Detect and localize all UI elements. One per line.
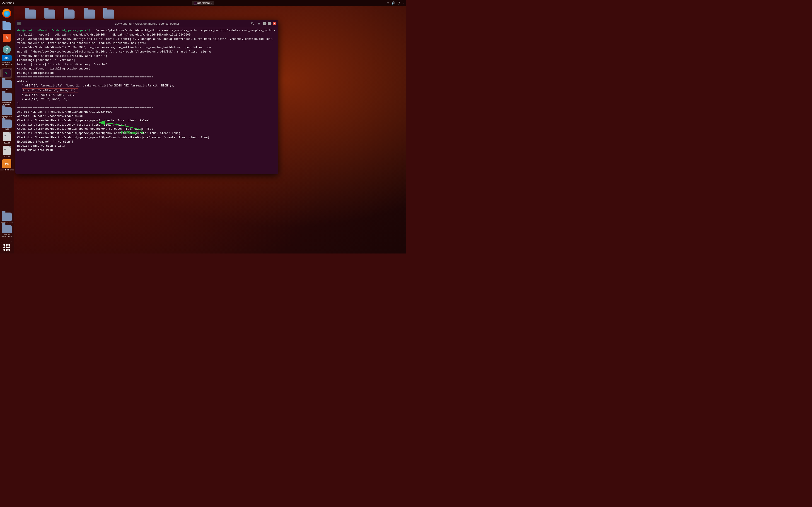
opencv-contrib-folder-icon: [103, 9, 114, 18]
help-icon: ?: [3, 46, 11, 54]
files-icon: [2, 22, 11, 30]
sidebar-item-b32sh[interactable]: SH b32.sh: [1, 132, 12, 145]
terminal-minimize-btn[interactable]: ─: [263, 22, 266, 25]
ibjpeg-icon: [2, 107, 12, 115]
output-args: Args: Namespace(build_doc=False, config=…: [17, 37, 276, 58]
output-ndk-path: Android NDK path: /home/dev/Android/Sdk/…: [17, 110, 276, 114]
output-check-dir3: Check dir /home/dev/Desktop/android_open…: [17, 127, 276, 131]
output-abi-x86: # ABI("4", "x86", None, 21),: [17, 97, 276, 102]
terminal-window-controls: ≡: [17, 22, 21, 25]
opencv-folder-icon: [84, 9, 95, 18]
b64sh-icon: SH: [3, 146, 11, 155]
sidebar-item-show-apps[interactable]: [1, 241, 12, 252]
b32sh-icon: SH: [3, 132, 11, 141]
network-icon: ⊞: [387, 1, 389, 5]
volume-icon: 🔊: [392, 1, 395, 5]
terminal-maximize-btn[interactable]: □: [268, 22, 271, 25]
sidebar-item-b64sh[interactable]: SH b64.sh: [1, 145, 12, 158]
dev-folder-icon: [25, 9, 36, 18]
boost-icon: TAR: [2, 159, 11, 168]
terminal-title: dev@ubuntu: ~/Desktop/android_opencv_ope…: [115, 22, 179, 25]
sidebar-item-boost0[interactable]: boost_1_71_0: [1, 212, 12, 224]
output-abis-end: ]: [17, 102, 276, 106]
libtiff-icon: [2, 119, 12, 128]
terminal-icon: $_: [3, 69, 11, 77]
power-icon: ⏻: [397, 1, 400, 5]
output-abis-start: ABIs = [: [17, 79, 276, 84]
sidebar-item-files[interactable]: [1, 20, 12, 32]
settings-dropdown[interactable]: ▾: [403, 2, 404, 4]
terminal-dropdown-arrow: ▾: [211, 2, 212, 4]
db-label: db: [6, 89, 8, 91]
abi-highlighted-box: ABI("3", "arm64-v8a", None, 21),: [22, 88, 79, 93]
terminal-window: ≡ dev@ubuntu: ~/Desktop/android_opencv_o…: [15, 20, 278, 174]
sidebar-item-db[interactable]: db: [1, 79, 12, 91]
sidebar-item-azuredata[interactable]: ADS azuredatastudio-linux-1.43.0: [1, 56, 12, 67]
azuredata-label: azuredatastudio-linux-1.43.0: [1, 62, 12, 68]
terminal-menu-icon[interactable]: ≡: [17, 22, 21, 25]
sidebar-item-android-opencv[interactable]: android-opencv_opencl: [1, 225, 12, 237]
sidebar-item-vue-admin[interactable]: vue-admin-template: [1, 92, 12, 106]
terminal-window-buttons: ─ □ ✕: [250, 21, 276, 25]
b64sh-label: b64.sh: [4, 155, 10, 158]
svg-line-7: [253, 24, 254, 25]
topbar-right: ⊞ 🔊 ⏻ ▾: [387, 1, 404, 5]
output-check-dir5: Check dir /home/dev/Desktop/android_open…: [17, 135, 276, 140]
vue-admin-label: vue-admin-template: [1, 101, 12, 105]
output-check-dir2: Check dir /home/dev/Desktop/opencv (crea…: [17, 123, 276, 127]
boost0-label: boost_1_71_0: [1, 221, 13, 223]
azuredata-icon: ADS: [2, 55, 12, 61]
activities-label[interactable]: Activities: [2, 1, 14, 5]
boost-label: boost_1_71_ar.gz: [0, 169, 14, 171]
sidebar-item-ibjpeg[interactable]: ibjpeg-turbo: [1, 107, 12, 118]
terminal-menu-btn[interactable]: [256, 21, 261, 25]
output-check-dir4: Check dir /home/dev/Desktop/android_open…: [17, 131, 276, 135]
db-icon: [2, 80, 12, 88]
datetime-text: Jul 5 20:17: [196, 1, 210, 5]
android-opencv-icon: [2, 225, 12, 233]
software-icon: A: [3, 34, 11, 42]
output-executing-ccache: Executing: ['ccache', '--version']: [17, 58, 276, 62]
firefox-icon: [2, 9, 11, 18]
b32sh-label: b32.sh: [4, 142, 10, 144]
sidebar-item-libtiff[interactable]: libtiff: [1, 119, 12, 131]
output-abi-arm64: ABI("3", "arm64-v8a", None, 21),: [17, 88, 276, 93]
terminal-search-btn[interactable]: [250, 21, 255, 25]
libboost-folder-icon: [44, 9, 55, 18]
output-cmake-path: Using cmake from PATH: [17, 148, 276, 153]
opencv-android-folder-icon: [64, 9, 74, 18]
output-executing-cmake: Executing: ['cmake', '--version']: [17, 140, 276, 144]
sidebar-item-help[interactable]: ?: [1, 44, 12, 55]
android-opencv-label: android-opencv_opencl: [1, 234, 12, 237]
sidebar-item-boost[interactable]: TAR boost_1_71_ar.gz: [1, 159, 12, 171]
topbar-left: Activities: [2, 1, 14, 5]
output-package-config: Package configuration:: [17, 71, 276, 75]
output-failed-ccache: Failed: [Errno 2] No such file or direct…: [17, 62, 276, 67]
output-separator1: ========================================…: [17, 75, 276, 79]
ibjpeg-label: ibjpeg-turbo: [2, 116, 11, 118]
output-separator2: ========================================…: [17, 106, 276, 110]
output-ccache-not-found: ccache not found - disabling ccache supp…: [17, 67, 276, 71]
svg-point-6: [251, 22, 253, 24]
terminal-prompt: dev@ubuntu:~/Desktop/android_opencv_open…: [17, 29, 90, 32]
datetime-display: Jul 5 20:17: [196, 1, 210, 5]
show-apps-icon: [3, 244, 10, 251]
topbar: Activities Terminal ▾ Jul 5 20:17 ⊞ 🔊 ⏻ …: [0, 0, 406, 6]
terminal-command-line: dev@ubuntu:~/Desktop/android_opencv_open…: [17, 29, 276, 37]
terminal-titlebar: ≡ dev@ubuntu: ~/Desktop/android_opencv_o…: [15, 20, 278, 27]
sidebar-item-terminal[interactable]: $_: [1, 68, 12, 78]
output-sdk-path: Android SDK path: /home/dev/Android/Sdk: [17, 114, 276, 119]
sidebar-item-software[interactable]: A: [1, 33, 12, 43]
vue-admin-icon: [2, 93, 12, 101]
output-cmake-version: Result: cmake version 3.16.3: [17, 144, 276, 148]
libtiff-label: libtiff: [5, 128, 9, 130]
output-abi-x86-64: # ABI("5", "x86_64", None, 21),: [17, 93, 276, 97]
sidebar: A ? ADS azuredatastudio-linux-1.43.0 $_ …: [0, 6, 14, 253]
boost0-icon: [2, 213, 12, 221]
output-check-dir1: Check dir /home/dev/Desktop/android_open…: [17, 119, 276, 123]
sidebar-item-firefox[interactable]: [1, 8, 12, 19]
output-abi-armeabi: # ABI("2", "armeabi-v7a", None, 21, cmak…: [17, 84, 276, 88]
terminal-close-btn[interactable]: ✕: [273, 22, 276, 25]
terminal-content[interactable]: dev@ubuntu:~/Desktop/android_opencv_open…: [15, 27, 278, 174]
